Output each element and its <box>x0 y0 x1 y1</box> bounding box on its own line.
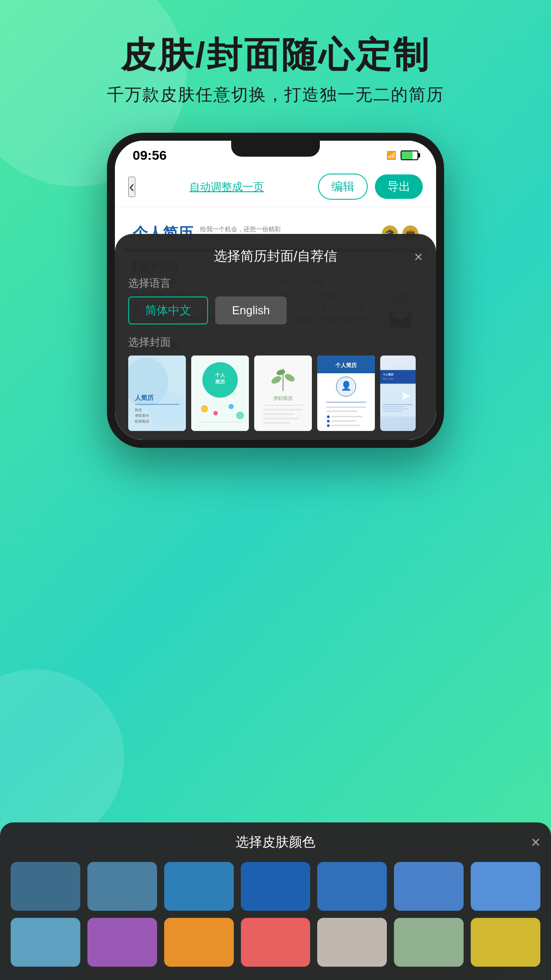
status-icons: 📶 <box>386 150 418 160</box>
skin-color-title: 选择皮肤颜色 × <box>11 833 540 851</box>
svg-text:求职意向: 求职意向 <box>135 414 149 418</box>
color-swatch-10[interactable] <box>164 918 234 967</box>
svg-text:个人: 个人 <box>215 372 225 378</box>
svg-point-20 <box>236 411 244 419</box>
cover-item-5[interactable]: 个人简历 给我一个机会 <box>380 356 416 431</box>
cover-item-3[interactable]: 求职简历 <box>254 356 312 431</box>
color-swatch-2[interactable] <box>87 862 157 911</box>
cover-item-1[interactable]: 人简历 姓名 求职意向 联系电话 <box>128 356 186 431</box>
cover-grid: 人简历 姓名 求职意向 联系电话 <box>128 356 423 431</box>
color-grid-row1 <box>11 862 540 967</box>
svg-rect-32 <box>263 418 299 419</box>
status-time: 09:56 <box>133 148 167 163</box>
cover-item-4[interactable]: 个人简历 👤 <box>317 356 375 431</box>
phone-mockup: 09:56 📶 ‹ 自动调整成一页 编辑 导出 <box>0 133 551 448</box>
svg-point-17 <box>201 405 208 412</box>
cover-modal: 选择简历封面/自荐信 × 选择语言 简体中文 English 选择封面 <box>115 234 436 440</box>
color-swatch-6[interactable] <box>394 862 464 911</box>
toolbar: ‹ 自动调整成一页 编辑 导出 <box>115 166 436 207</box>
svg-rect-41 <box>326 411 357 412</box>
svg-rect-57 <box>383 411 402 411</box>
svg-rect-31 <box>263 413 294 415</box>
svg-rect-43 <box>331 416 362 417</box>
svg-rect-23 <box>254 356 312 431</box>
svg-text:👤: 👤 <box>341 380 352 391</box>
svg-text:简历: 简历 <box>215 379 225 384</box>
svg-rect-40 <box>326 407 366 408</box>
battery-fill <box>401 151 413 159</box>
phone-notch <box>231 141 320 157</box>
svg-text:姓名: 姓名 <box>135 408 142 412</box>
page-subtitle: 千万款皮肤任意切换，打造独一无二的简历 <box>0 83 551 106</box>
svg-rect-49 <box>380 370 416 384</box>
resume-content: 个人简历 给我一个机会，还您一份精彩 Personal resume 🎓 💼 <box>115 207 436 440</box>
svg-point-42 <box>327 415 330 418</box>
export-button[interactable]: 导出 <box>375 174 423 199</box>
language-label: 选择语言 <box>128 276 423 290</box>
color-swatch-8[interactable] <box>11 918 80 967</box>
svg-rect-55 <box>383 407 405 407</box>
phone-frame: 09:56 📶 ‹ 自动调整成一页 编辑 导出 <box>107 133 444 448</box>
skin-color-modal: 选择皮肤颜色 × <box>0 822 551 980</box>
svg-text:人简历: 人简历 <box>134 394 154 401</box>
skin-color-close-button[interactable]: × <box>531 833 540 852</box>
color-swatch-14[interactable] <box>471 918 540 967</box>
back-button[interactable]: ‹ <box>128 177 135 197</box>
svg-rect-54 <box>383 404 413 405</box>
svg-text:个人简历: 个人简历 <box>335 362 357 368</box>
svg-point-19 <box>228 404 234 409</box>
cover-item-2[interactable]: 个人 简历 ··· <box>191 356 249 431</box>
color-swatch-11[interactable] <box>241 918 311 967</box>
svg-text:个人简历: 个人简历 <box>382 373 394 376</box>
edit-button[interactable]: 编辑 <box>318 174 368 200</box>
svg-point-18 <box>213 411 218 415</box>
svg-text:···: ··· <box>198 424 201 428</box>
svg-text:联系电话: 联系电话 <box>135 419 149 423</box>
color-swatch-7[interactable] <box>471 862 540 911</box>
wifi-icon: 📶 <box>386 150 396 160</box>
svg-rect-33 <box>263 422 290 424</box>
cover-label: 选择封面 <box>128 335 423 349</box>
color-swatch-3[interactable] <box>164 862 234 911</box>
svg-point-44 <box>327 420 330 423</box>
color-swatch-12[interactable] <box>317 918 387 967</box>
lang-english-button[interactable]: English <box>215 296 287 324</box>
cover-modal-close-button[interactable]: × <box>414 248 423 265</box>
svg-rect-47 <box>331 425 360 426</box>
color-swatch-4[interactable] <box>241 862 311 911</box>
language-options: 简体中文 English <box>128 296 423 324</box>
svg-text:给我一个机会: 给我一个机会 <box>383 378 394 380</box>
svg-rect-56 <box>383 408 409 409</box>
battery-icon <box>401 150 418 160</box>
page-title: 皮肤/封面随心定制 <box>0 36 551 75</box>
svg-point-46 <box>327 424 330 427</box>
phone-screen: 09:56 📶 ‹ 自动调整成一页 编辑 导出 <box>115 141 436 440</box>
auto-adjust-button[interactable]: 自动调整成一页 <box>189 181 264 193</box>
svg-text:求职简历: 求职简历 <box>273 395 293 401</box>
color-swatch-9[interactable] <box>87 918 157 967</box>
svg-rect-30 <box>263 409 303 411</box>
svg-rect-45 <box>331 420 356 422</box>
color-swatch-13[interactable] <box>394 918 464 967</box>
lang-chinese-button[interactable]: 简体中文 <box>128 296 208 324</box>
color-swatch-1[interactable] <box>11 862 80 911</box>
color-swatch-5[interactable] <box>317 862 387 911</box>
resume-subtitle-cn: 给我一个机会，还您一份精彩 <box>200 225 281 233</box>
cover-modal-title: 选择简历封面/自荐信 × <box>128 247 423 265</box>
toolbar-center: 自动调整成一页 <box>142 180 311 194</box>
